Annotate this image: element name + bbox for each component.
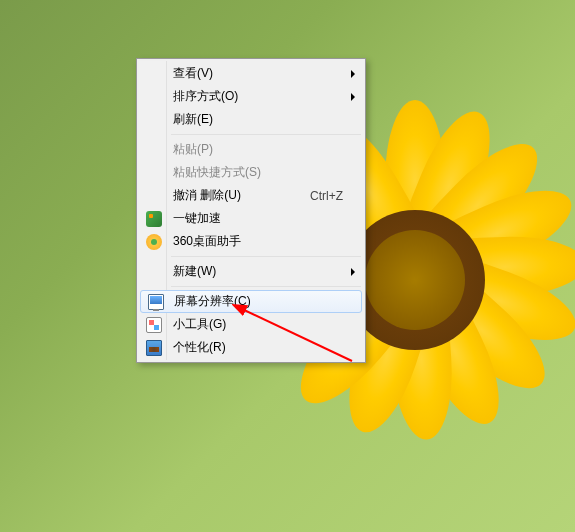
menu-item-shortcut: Ctrl+Z (310, 189, 343, 203)
menu-item-label: 粘贴快捷方式(S) (173, 164, 343, 181)
menu-item-label: 一键加速 (173, 210, 343, 227)
submenu-arrow-icon (351, 93, 355, 101)
menu-item-sort[interactable]: 排序方式(O) (139, 85, 363, 108)
menu-item-screen-resolution[interactable]: 屏幕分辨率(C) (140, 290, 362, 313)
monitor-icon (148, 294, 164, 310)
menu-item-refresh[interactable]: 刷新(E) (139, 108, 363, 131)
personalize-icon (146, 340, 162, 356)
menu-item-label: 撤消 删除(U) (173, 187, 290, 204)
submenu-arrow-icon (351, 268, 355, 276)
menu-item-gadgets[interactable]: 小工具(G) (139, 313, 363, 336)
menu-item-360-accelerate[interactable]: 一键加速 (139, 207, 363, 230)
submenu-arrow-icon (351, 70, 355, 78)
menu-item-label: 360桌面助手 (173, 233, 343, 250)
menu-item-label: 查看(V) (173, 65, 343, 82)
gadget-icon (146, 317, 162, 333)
menu-separator (171, 286, 361, 287)
menu-separator (171, 134, 361, 135)
menu-item-paste: 粘贴(P) (139, 138, 363, 161)
menu-item-360-desktop[interactable]: 360桌面助手 (139, 230, 363, 253)
accelerate-icon (146, 211, 162, 227)
menu-item-label: 刷新(E) (173, 111, 343, 128)
menu-item-label: 个性化(R) (173, 339, 343, 356)
desktop-helper-icon (146, 234, 162, 250)
menu-item-label: 新建(W) (173, 263, 343, 280)
desktop-context-menu: 查看(V) 排序方式(O) 刷新(E) 粘贴(P) 粘贴快捷方式(S) 撤消 删… (136, 58, 366, 363)
menu-item-undo-delete[interactable]: 撤消 删除(U) Ctrl+Z (139, 184, 363, 207)
menu-item-label: 排序方式(O) (173, 88, 343, 105)
menu-item-label: 小工具(G) (173, 316, 343, 333)
menu-item-paste-shortcut: 粘贴快捷方式(S) (139, 161, 363, 184)
menu-item-view[interactable]: 查看(V) (139, 62, 363, 85)
menu-separator (171, 256, 361, 257)
menu-item-label: 屏幕分辨率(C) (174, 293, 341, 310)
menu-item-label: 粘贴(P) (173, 141, 343, 158)
menu-item-new[interactable]: 新建(W) (139, 260, 363, 283)
menu-item-personalize[interactable]: 个性化(R) (139, 336, 363, 359)
